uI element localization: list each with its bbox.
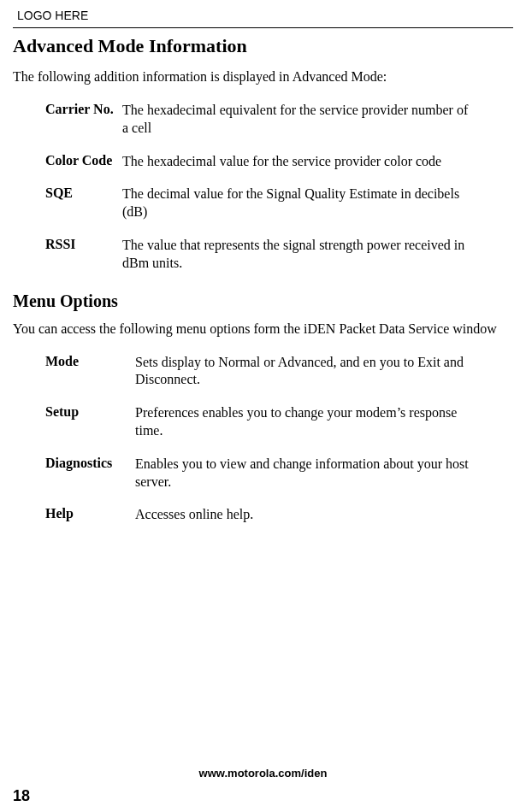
def-row: Help Accesses online help. bbox=[45, 506, 470, 524]
page-number: 18 bbox=[13, 787, 30, 805]
def-term: Diagnostics bbox=[45, 456, 135, 471]
def-desc: Accesses online help. bbox=[135, 506, 470, 524]
def-desc: The hexadecimal equivalent for the servi… bbox=[122, 102, 470, 138]
def-row: Mode Sets display to Normal or Advanced,… bbox=[45, 354, 470, 390]
intro-advanced: The following addition information is di… bbox=[13, 69, 513, 85]
section-title-advanced: Advanced Mode Information bbox=[13, 35, 513, 57]
def-term: Setup bbox=[45, 404, 135, 420]
def-row: Color Code The hexadecimal value for the… bbox=[45, 153, 470, 171]
def-desc: Enables you to view and change informati… bbox=[135, 456, 470, 491]
def-desc: The value that represents the signal str… bbox=[122, 237, 470, 273]
logo-placeholder: LOGO HERE bbox=[17, 9, 513, 22]
intro-menu: You can access the following menu option… bbox=[13, 321, 513, 337]
def-desc: The decimal value for the Signal Quality… bbox=[122, 185, 470, 221]
def-term: SQE bbox=[45, 185, 122, 201]
def-term: Help bbox=[45, 506, 135, 521]
def-row: SQE The decimal value for the Signal Qua… bbox=[45, 185, 470, 221]
def-term: Carrier No. bbox=[45, 102, 122, 117]
definition-list-advanced: Carrier No. The hexadecimal equivalent f… bbox=[45, 102, 470, 273]
def-row: Carrier No. The hexadecimal equivalent f… bbox=[45, 102, 470, 138]
def-row: RSSI The value that represents the signa… bbox=[45, 237, 470, 273]
def-term: Mode bbox=[45, 354, 135, 369]
def-desc: Sets display to Normal or Advanced, and … bbox=[135, 354, 470, 390]
footer-url: www.motorola.com/iden bbox=[0, 767, 526, 780]
def-desc: Preferences enables you to change your m… bbox=[135, 404, 470, 440]
def-row: Setup Preferences enables you to change … bbox=[45, 404, 470, 440]
definition-list-menu: Mode Sets display to Normal or Advanced,… bbox=[45, 354, 470, 525]
header-divider bbox=[13, 27, 513, 28]
def-term: RSSI bbox=[45, 237, 122, 252]
def-row: Diagnostics Enables you to view and chan… bbox=[45, 456, 470, 491]
section-title-menu: Menu Options bbox=[13, 291, 513, 311]
def-term: Color Code bbox=[45, 153, 122, 168]
def-desc: The hexadecimal value for the service pr… bbox=[122, 153, 470, 171]
